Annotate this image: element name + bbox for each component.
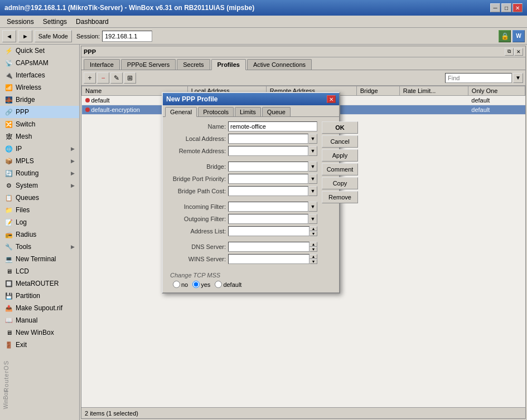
bridge-input[interactable]: [228, 162, 308, 172]
sidebar-item-files[interactable]: 📁 Files: [0, 204, 79, 216]
outgoing-filter-dropdown[interactable]: ▼: [308, 214, 317, 224]
menu-dashboard[interactable]: Dashboard: [71, 17, 113, 27]
copy-button[interactable]: Copy: [322, 177, 358, 189]
comment-button[interactable]: Comment: [322, 163, 358, 175]
address-list-up[interactable]: ▲: [310, 226, 317, 231]
sidebar-item-metarouter[interactable]: 🔲 MetaROUTER: [0, 277, 79, 290]
form-row-bridge-path-cost: Bridge Path Cost: ▼: [167, 186, 317, 196]
address-list-input[interactable]: [228, 226, 310, 236]
tab-profiles[interactable]: Profiles: [211, 59, 246, 70]
edit-button[interactable]: ✎: [110, 72, 123, 84]
back-button[interactable]: ◄: [2, 30, 16, 42]
tools-arrow-icon: ▶: [71, 244, 75, 250]
name-input[interactable]: [228, 121, 317, 131]
maximize-button[interactable]: □: [501, 3, 511, 12]
apply-button[interactable]: Apply: [322, 149, 358, 162]
sidebar-item-manual[interactable]: 📖 Manual: [0, 314, 79, 326]
bridge-port-priority-input[interactable]: [228, 174, 308, 184]
forward-button[interactable]: ►: [18, 30, 32, 42]
sidebar-item-interfaces[interactable]: 🔌 Interfaces: [0, 69, 79, 81]
sidebar-item-capsman[interactable]: 📡 CAPsMAM: [0, 57, 79, 69]
dialog-tab-general[interactable]: General: [165, 107, 197, 117]
find-input[interactable]: [445, 73, 512, 83]
wins-server-input[interactable]: [228, 254, 310, 264]
dns-server-down[interactable]: ▼: [310, 247, 317, 252]
wins-server-up[interactable]: ▲: [310, 254, 317, 259]
cancel-button[interactable]: Cancel: [322, 135, 358, 148]
sidebar-item-new-terminal[interactable]: 💻 New Terminal: [0, 253, 79, 265]
sidebar-label-bridge: Bridge: [16, 96, 75, 104]
outgoing-filter-container: ▼: [228, 214, 317, 224]
col-bridge[interactable]: Bridge: [356, 86, 399, 96]
find-dropdown[interactable]: ▼: [513, 73, 523, 83]
sidebar-item-partition[interactable]: 💾 Partition: [0, 290, 79, 302]
tab-active-connections[interactable]: Active Connections: [247, 59, 312, 70]
sidebar-item-radius[interactable]: 📻 Radius: [0, 228, 79, 241]
sidebar-item-log[interactable]: 📝 Log: [0, 216, 79, 228]
filter-button[interactable]: ⊞: [124, 72, 136, 84]
ppp-close-button[interactable]: ✕: [514, 48, 523, 56]
sidebar-item-quick-set[interactable]: ⚡ Quick Set: [0, 45, 79, 57]
sidebar-item-mesh[interactable]: 🕸 Mesh: [0, 130, 79, 143]
local-address-dropdown[interactable]: ▼: [308, 134, 317, 144]
bridge-port-priority-dropdown[interactable]: ▼: [308, 174, 317, 184]
sidebar-item-new-winbox[interactable]: 🖥 New WinBox: [0, 326, 79, 339]
tcp-mss-no-option[interactable]: no: [173, 281, 188, 288]
dns-server-up[interactable]: ▲: [310, 242, 317, 247]
bridge-path-cost-input[interactable]: [228, 186, 308, 196]
dns-server-container: ▲ ▼: [228, 242, 317, 252]
tab-secrets[interactable]: Secrets: [177, 59, 210, 70]
col-only-one[interactable]: Only One: [468, 86, 525, 96]
sidebar-item-wireless[interactable]: 📶 Wireless: [0, 81, 79, 94]
sidebar-item-switch[interactable]: 🔀 Switch: [0, 118, 79, 130]
sidebar-item-make-supout[interactable]: 📤 Make Supout.rif: [0, 302, 79, 314]
incoming-filter-input[interactable]: [228, 202, 308, 212]
session-input[interactable]: [102, 31, 152, 42]
tcp-mss-default-radio[interactable]: [215, 281, 222, 288]
dialog-tab-protocols[interactable]: Protocols: [198, 107, 234, 116]
sidebar-item-routing[interactable]: 🔄 Routing ▶: [0, 167, 79, 179]
sidebar-item-system[interactable]: ⚙ System ▶: [0, 179, 79, 192]
close-button[interactable]: ✕: [513, 3, 523, 12]
terminal-icon: 💻: [4, 255, 13, 263]
bridge-dropdown[interactable]: ▼: [308, 162, 317, 172]
tcp-mss-default-option[interactable]: default: [215, 281, 241, 288]
dialog-tab-queue[interactable]: Queue: [262, 107, 291, 116]
tcp-mss-yes-option[interactable]: yes: [192, 281, 210, 288]
sidebar-item-lcd[interactable]: 🖥 LCD: [0, 265, 79, 277]
tcp-mss-yes-radio[interactable]: [192, 281, 200, 288]
sidebar-item-exit[interactable]: 🚪 Exit: [0, 339, 79, 351]
safe-mode-button[interactable]: Safe Mode: [35, 30, 72, 42]
bridge-path-cost-dropdown[interactable]: ▼: [308, 186, 317, 196]
sidebar-item-bridge[interactable]: 🌉 Bridge: [0, 94, 79, 106]
sidebar-item-ppp[interactable]: 🔗 PPP: [0, 106, 79, 118]
wins-server-down[interactable]: ▼: [310, 259, 317, 264]
local-address-input[interactable]: [228, 134, 308, 144]
address-list-down[interactable]: ▼: [310, 231, 317, 236]
dns-server-label: DNS Server:: [167, 243, 226, 250]
col-rate-limit[interactable]: Rate Limit...: [399, 86, 468, 96]
outgoing-filter-input[interactable]: [228, 214, 308, 224]
menu-sessions[interactable]: Sessions: [2, 17, 38, 27]
add-button[interactable]: +: [84, 72, 96, 84]
sidebar-item-queues[interactable]: 📋 Queues: [0, 192, 79, 204]
exit-icon: 🚪: [4, 340, 13, 349]
dialog-close-button[interactable]: ✕: [327, 95, 336, 103]
remote-address-dropdown[interactable]: ▼: [308, 146, 317, 156]
menu-settings[interactable]: Settings: [38, 17, 71, 27]
remote-address-input[interactable]: [228, 146, 308, 156]
sidebar-item-ip[interactable]: 🌐 IP ▶: [0, 143, 79, 155]
ppp-restore-button[interactable]: ⧉: [505, 48, 514, 56]
minimize-button[interactable]: ─: [490, 3, 500, 12]
sidebar-item-tools[interactable]: 🔧 Tools ▶: [0, 241, 79, 253]
tab-interface[interactable]: Interface: [84, 59, 120, 70]
tab-pppoe-servers[interactable]: PPPoE Servers: [121, 59, 176, 70]
remove-button[interactable]: Remove: [322, 191, 358, 203]
tcp-mss-no-radio[interactable]: [173, 281, 180, 288]
remove-button[interactable]: −: [97, 72, 109, 84]
ok-button[interactable]: OK: [322, 121, 358, 134]
dns-server-input[interactable]: [228, 242, 310, 252]
incoming-filter-dropdown[interactable]: ▼: [308, 202, 317, 212]
dialog-tab-limits[interactable]: Limits: [235, 107, 261, 116]
sidebar-item-mpls[interactable]: 📦 MPLS ▶: [0, 155, 79, 167]
